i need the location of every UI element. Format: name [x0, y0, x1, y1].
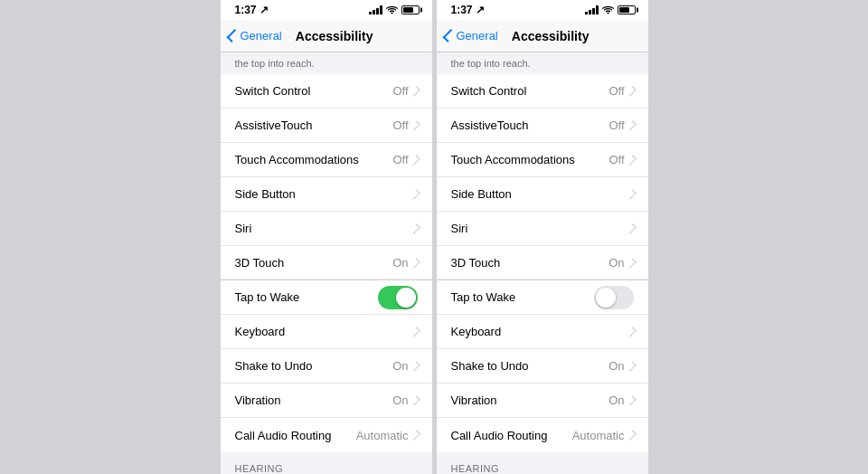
item-label: Vibration [451, 393, 609, 407]
settings-item-touch-accommodations[interactable]: Touch Accommodations Off [437, 143, 648, 177]
item-value: On [609, 393, 624, 407]
chevron-icon [410, 86, 420, 96]
chevron-icon [626, 86, 636, 96]
phone-right: 1:37 ↗ [437, 0, 648, 474]
item-label: Siri [451, 222, 628, 235]
signal-icon [585, 5, 599, 14]
item-value: On [392, 256, 408, 270]
toggle-knob [396, 288, 416, 308]
settings-item-switch-control[interactable]: Switch Control Off [437, 74, 648, 109]
toggle-knob [596, 288, 616, 308]
settings-item-siri[interactable]: Siri [221, 212, 432, 246]
back-button[interactable]: General [230, 29, 282, 43]
back-label: General [241, 29, 282, 43]
item-label: Keyboard [235, 325, 412, 338]
item-label: Side Button [235, 187, 412, 201]
settings-item-assistivetouch[interactable]: AssistiveTouch Off [221, 109, 432, 143]
chevron-icon [626, 155, 636, 165]
item-label: Tap to Wake [451, 290, 594, 304]
status-bar: 1:37 ↗ [221, 0, 432, 20]
signal-icon [369, 5, 382, 14]
chevron-icon [626, 395, 636, 405]
settings-item-tap-to-wake[interactable]: Tap to Wake [437, 280, 648, 315]
chevron-icon [626, 258, 636, 268]
settings-group-interaction: Switch Control Off AssistiveTouch Off To… [437, 74, 648, 452]
chevron-icon [410, 155, 420, 165]
item-label: Shake to Undo [235, 359, 393, 373]
phone-left: 1:37 ↗ [221, 0, 432, 474]
item-value: Off [392, 118, 408, 132]
settings-item-touch-accommodations[interactable]: Touch Accommodations Off [221, 143, 432, 177]
battery-icon [401, 5, 420, 14]
item-value: On [392, 393, 408, 407]
battery-icon [618, 5, 636, 14]
settings-item-3d-touch[interactable]: 3D Touch On [437, 246, 648, 280]
status-bar: 1:37 ↗ [437, 0, 648, 20]
settings-item-siri[interactable]: Siri [437, 212, 648, 246]
item-value: Automatic [356, 429, 409, 442]
status-icons [369, 5, 420, 14]
settings-item-side-button[interactable]: Side Button [437, 177, 648, 212]
item-label: Keyboard [451, 325, 628, 338]
item-label: Switch Control [451, 84, 609, 98]
item-label: Shake to Undo [451, 359, 609, 373]
toggle-switch[interactable] [378, 286, 418, 309]
phones-container: 1:37 ↗ [0, 0, 868, 474]
top-fade-text: the top into reach. [221, 52, 432, 69]
scroll-content: the top into reach. Switch Control Off A… [221, 52, 432, 474]
hearing-section-header: HEARING [437, 452, 648, 474]
item-label: Call Audio Routing [235, 429, 356, 442]
item-value: Off [392, 153, 408, 166]
settings-item-switch-control[interactable]: Switch Control Off [221, 74, 432, 109]
hearing-section-header: HEARING [221, 452, 432, 474]
item-value: Off [609, 84, 624, 98]
settings-item-call-audio-routing[interactable]: Call Audio Routing Automatic [221, 418, 432, 452]
item-label: Touch Accommodations [235, 153, 393, 166]
back-chevron-icon [442, 29, 456, 43]
settings-item-side-button[interactable]: Side Button [221, 177, 432, 212]
toggle-switch[interactable] [594, 286, 634, 309]
item-value: On [392, 359, 408, 373]
back-chevron-icon [226, 29, 240, 43]
settings-item-vibration[interactable]: Vibration On [221, 384, 432, 418]
settings-item-call-audio-routing[interactable]: Call Audio Routing Automatic [437, 418, 648, 452]
item-label: Call Audio Routing [451, 429, 572, 442]
settings-item-shake-to-undo[interactable]: Shake to Undo On [437, 349, 648, 384]
item-value: On [609, 359, 624, 373]
item-label: Touch Accommodations [451, 153, 609, 166]
item-value: Off [609, 118, 624, 132]
settings-group-interaction: Switch Control Off AssistiveTouch Off To… [221, 74, 432, 452]
settings-item-vibration[interactable]: Vibration On [437, 384, 648, 418]
item-label: Switch Control [235, 84, 393, 98]
settings-item-assistivetouch[interactable]: AssistiveTouch Off [437, 109, 648, 143]
item-label: Vibration [235, 393, 393, 407]
back-button[interactable]: General [446, 29, 498, 43]
item-label: 3D Touch [451, 256, 609, 270]
item-label: AssistiveTouch [235, 118, 393, 132]
status-time: 1:37 ↗ [451, 4, 485, 16]
chevron-icon [410, 430, 420, 440]
chevron-icon [626, 361, 636, 371]
back-label: General [457, 29, 498, 43]
item-label: 3D Touch [235, 256, 393, 270]
item-label: Tap to Wake [235, 290, 378, 304]
page-title: Accessibility [498, 29, 603, 43]
settings-item-shake-to-undo[interactable]: Shake to Undo On [221, 349, 432, 384]
status-time: 1:37 ↗ [235, 4, 269, 16]
chevron-icon [410, 258, 420, 268]
settings-item-3d-touch[interactable]: 3D Touch On [221, 246, 432, 280]
settings-item-tap-to-wake[interactable]: Tap to Wake [221, 280, 432, 315]
item-value: Automatic [572, 429, 625, 442]
item-value: Off [609, 153, 624, 166]
status-icons [585, 5, 636, 14]
settings-item-keyboard[interactable]: Keyboard [437, 315, 648, 349]
settings-item-keyboard[interactable]: Keyboard [221, 315, 432, 349]
top-fade-text: the top into reach. [437, 52, 648, 69]
item-label: Side Button [451, 187, 628, 201]
wifi-icon [386, 5, 398, 14]
nav-bar: General Accessibility [437, 20, 648, 52]
chevron-icon [410, 395, 420, 405]
wifi-icon [602, 5, 614, 14]
chevron-icon [626, 430, 636, 440]
item-label: Siri [235, 222, 412, 235]
